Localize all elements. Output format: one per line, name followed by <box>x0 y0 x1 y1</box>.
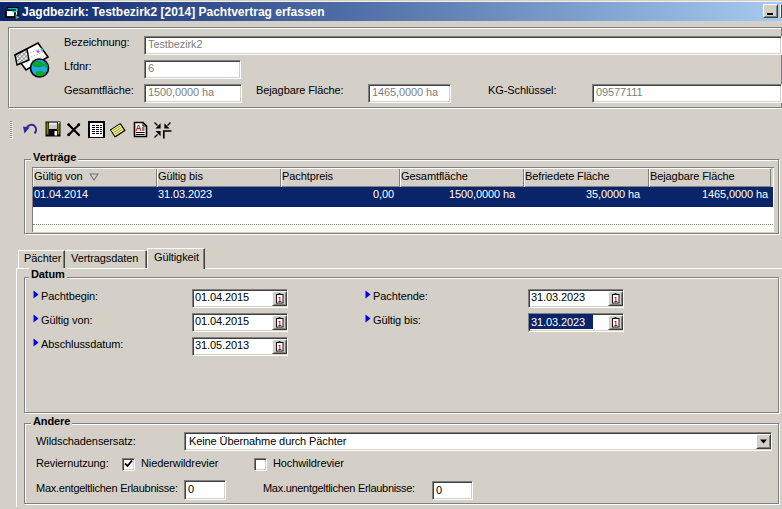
svg-text:1: 1 <box>614 320 618 327</box>
svg-text:1: 1 <box>278 320 282 327</box>
svg-text:1: 1 <box>278 344 282 351</box>
svg-text:1: 1 <box>614 296 618 303</box>
svg-text:1: 1 <box>278 296 282 303</box>
svg-text:A: A <box>135 123 141 133</box>
